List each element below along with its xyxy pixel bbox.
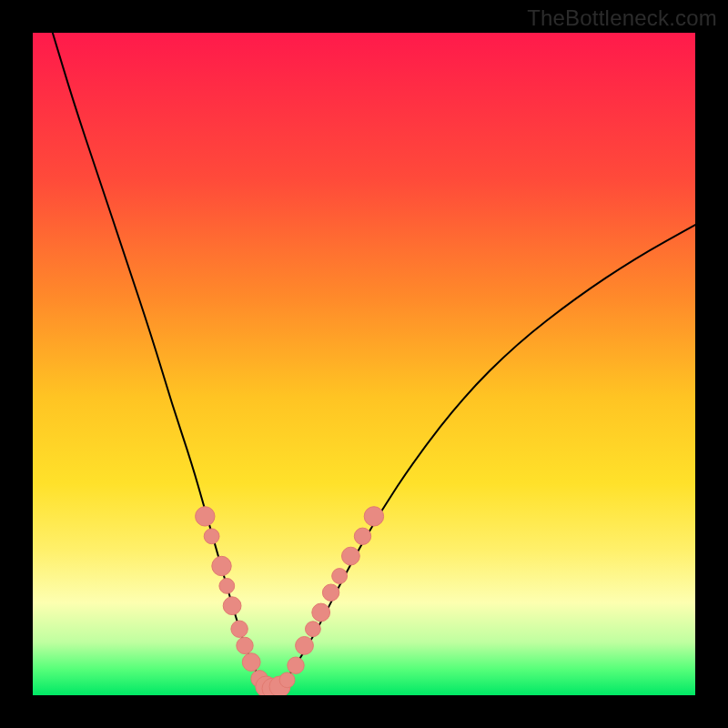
curve-marker — [219, 579, 235, 594]
curve-markers — [196, 507, 384, 695]
curve-marker — [322, 584, 339, 601]
curve-marker — [223, 597, 241, 615]
curve-marker — [251, 671, 268, 687]
curve-marker — [212, 556, 231, 575]
curve-marker — [364, 507, 383, 526]
chart-frame: TheBottleneck.com — [0, 0, 728, 728]
curve-marker — [204, 529, 219, 544]
curve-marker — [354, 528, 370, 544]
curve-marker — [342, 547, 360, 565]
curve-marker — [196, 507, 215, 526]
chart-plot-area — [33, 33, 695, 695]
curve-marker — [306, 622, 321, 637]
curve-marker — [256, 676, 277, 695]
watermark-text: TheBottleneck.com — [527, 5, 717, 31]
curve-marker — [242, 653, 260, 672]
curve-marker — [296, 637, 314, 655]
curve-marker — [288, 657, 304, 673]
curve-marker — [269, 676, 290, 695]
curve-marker — [262, 678, 283, 695]
curve-marker — [237, 637, 253, 653]
curve-marker — [312, 603, 330, 622]
curve-marker — [231, 621, 248, 637]
curve-marker — [279, 672, 295, 688]
bottleneck-curve — [53, 33, 695, 687]
chart-svg — [33, 33, 695, 695]
curve-marker — [332, 569, 348, 584]
